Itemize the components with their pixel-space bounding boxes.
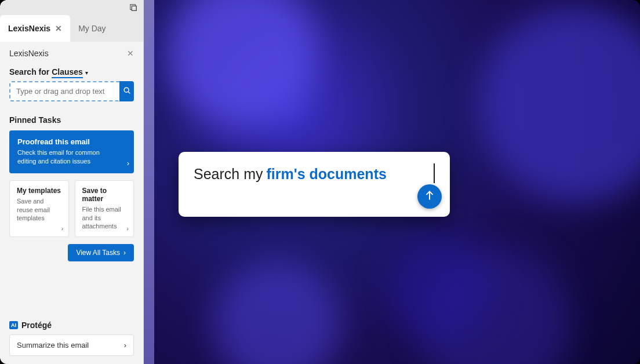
task-row: My templates Save and reuse email templa… [9,180,134,238]
panel-header: LexisNexis ✕ [9,49,134,58]
panel: LexisNexis ✕ Search for Clauses▾ Pinned … [0,42,143,315]
button-label: View All Tasks [76,249,120,257]
svg-point-2 [124,88,129,92]
sidebar: LexisNexis ✕ My Day LexisNexis ✕ Search … [0,0,144,364]
task-description: File this email and its attachments [82,205,127,231]
search-label: Search for Clauses▾ [9,67,134,77]
submit-button[interactable] [417,184,442,209]
popout-icon[interactable] [129,3,137,12]
svg-line-3 [128,92,130,93]
protege-label: AI Protégé [9,321,134,330]
text-caret [434,163,435,183]
main-canvas: Search my firm's documents [144,0,640,364]
chevron-right-icon: › [124,341,126,350]
chevron-down-icon[interactable]: ▾ [85,70,88,76]
task-my-templates[interactable]: My templates Save and reuse email templa… [9,180,69,238]
summarize-email-button[interactable]: Summarize this email › [9,334,134,356]
sidebar-topbar [0,0,143,15]
close-icon[interactable]: ✕ [127,49,134,58]
view-all-tasks-button[interactable]: View All Tasks › [68,244,134,261]
search-input[interactable] [9,81,119,101]
task-description: Save and reuse email templates [17,197,61,223]
search-button[interactable] [119,81,134,101]
tab-bar: LexisNexis ✕ My Day [0,15,143,42]
search-row [9,81,134,101]
accent-strip [144,0,154,364]
search-pill-highlight: firm's documents [266,166,386,183]
ai-badge-icon: AI [9,321,18,329]
chevron-right-icon: › [61,225,64,232]
close-icon[interactable]: ✕ [55,24,62,33]
tab-my-day[interactable]: My Day [70,15,114,42]
bokeh-decoration [213,260,341,364]
search-pill[interactable]: Search my firm's documents [179,152,450,217]
panel-title: LexisNexis [9,49,49,58]
chevron-right-icon: › [127,159,129,168]
chevron-right-icon: › [123,249,126,257]
task-save-to-matter[interactable]: Save to matter File this email and its a… [75,180,134,238]
button-label: Summarize this email [17,341,89,350]
search-type-dropdown[interactable]: Clauses [52,67,83,78]
tab-lexisnexis[interactable]: LexisNexis ✕ [0,15,70,42]
pinned-tasks-title: Pinned Tasks [9,115,134,125]
task-proofread-email[interactable]: Proofread this email Check this email fo… [9,130,134,173]
bokeh-decoration [478,6,640,203]
chevron-right-icon: › [126,225,129,232]
sidebar-footer: AI Protégé Summarize this email › [0,315,143,364]
tab-label: LexisNexis [8,24,50,33]
arrow-up-icon [424,190,435,203]
task-title: Proofread this email [17,137,126,146]
task-title: Save to matter [82,187,127,203]
bokeh-decoration [167,0,318,128]
bokeh-decoration [387,236,492,341]
task-title: My templates [17,187,61,195]
task-description: Check this email for common editing and … [17,148,126,166]
search-icon [123,86,131,96]
search-pill-text: Search my firm's documents [194,166,387,183]
tab-label: My Day [78,24,106,33]
